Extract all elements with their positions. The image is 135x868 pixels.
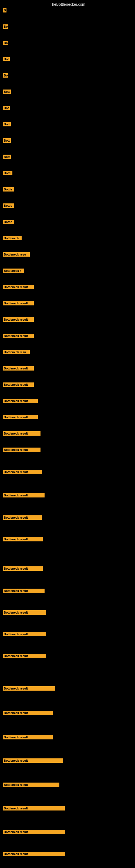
bar-label: Bo (3, 73, 8, 78)
bar-item: Bottleneck result (3, 415, 38, 421)
bar-label: Bottleneck result (3, 610, 46, 615)
bar-item: Bottleneck result (3, 537, 43, 542)
bar-label: Bottleneck result (3, 711, 53, 715)
bar-item: Bottleneck resu (3, 350, 30, 355)
bar-label: Bottleneck result (3, 334, 34, 338)
bar-item: Bott (3, 155, 11, 160)
bar-item: Bottle (3, 204, 14, 209)
bar-label: Bottleneck result (3, 566, 43, 571)
bar-item: Bot (3, 106, 10, 111)
bar-label: Bottleneck resu (3, 252, 30, 257)
bar-item: Bottleneck result (3, 830, 65, 835)
bar-label: Bo (3, 24, 8, 29)
bar-label: Bottleneck result (3, 537, 43, 541)
bar-label: Bottleneck result (3, 415, 38, 420)
bar-item: Bottleneck result (3, 399, 38, 404)
bar-label: Bottleneck result (3, 317, 34, 322)
bar-label: Bottleneck result (3, 301, 34, 305)
bar-label: Bottleneck r (3, 269, 24, 273)
bar-label: Bottleneck result (3, 852, 65, 856)
bar-label: Bottleneck result (3, 632, 46, 637)
bar-label: Bott (3, 122, 11, 126)
bar-label: Bottleneck result (3, 431, 41, 436)
bar-label: Bottle (3, 187, 14, 191)
bar-item: Bottleneck result (3, 735, 53, 741)
bar-label: Bottleneck result (3, 399, 38, 403)
bar-label: Bottle (3, 220, 14, 224)
bar-item: Bottleneck result (3, 686, 55, 692)
bar-label: B (3, 8, 6, 12)
bar-item: Bottle (3, 220, 14, 225)
bar-item: Bottleneck result (3, 610, 46, 616)
bar-item: Bott (3, 122, 11, 127)
bar-label: Bottleneck result (3, 806, 65, 810)
bar-label: Bot (3, 106, 10, 110)
bar-label: Bott (3, 138, 11, 143)
bar-item: B (3, 8, 6, 13)
bar-item: Bottleneck r (3, 269, 24, 274)
bar-item: Bottleneck result (3, 431, 41, 437)
bar-label: Bottl (3, 171, 12, 175)
bar-item: Bottleneck result (3, 782, 59, 788)
bar-item: Bottleneck result (3, 654, 46, 659)
bar-label: Bottleneck resu (3, 350, 30, 354)
bar-label: Bottleneck (3, 236, 21, 240)
bar-label: Bottle (3, 204, 14, 208)
bar-item: Bott (3, 90, 11, 95)
bar-item: Bottle (3, 187, 14, 193)
bar-label: Bott (3, 90, 11, 94)
bar-label: Bottleneck result (3, 782, 59, 787)
bar-item: Bottleneck result (3, 382, 34, 388)
bar-item: Bot (3, 57, 10, 62)
bar-item: Bottleneck result (3, 447, 41, 453)
bar-item: Bottleneck result (3, 711, 53, 716)
bar-item: Bottleneck result (3, 516, 42, 521)
bar-item: Bottleneck result (3, 806, 65, 812)
bar-label: Bottleneck result (3, 470, 42, 474)
bar-item: Bottleneck result (3, 301, 34, 307)
bar-item: Bott (3, 138, 11, 144)
bar-label: Bottleneck result (3, 516, 42, 520)
bar-label: Bottleneck result (3, 285, 34, 289)
bar-label: Bottleneck result (3, 758, 63, 763)
bar-item: Bottleneck result (3, 470, 42, 475)
bar-item: Bottleneck result (3, 566, 43, 572)
bar-item: Bottleneck result (3, 589, 45, 594)
bar-label: Bottleneck result (3, 382, 34, 387)
bar-item: Bo (3, 41, 8, 46)
bar-label: Bot (3, 57, 10, 61)
bar-item: Bottleneck result (3, 493, 45, 499)
bar-label: Bottleneck result (3, 735, 53, 739)
bar-item: Bottleneck (3, 236, 21, 241)
bar-label: Bottleneck result (3, 493, 45, 497)
bar-label: Bott (3, 155, 11, 159)
bar-item: Bottleneck result (3, 334, 34, 339)
bar-item: Bottleneck result (3, 852, 65, 857)
bar-item: Bottl (3, 171, 12, 176)
bar-item: Bo (3, 24, 8, 30)
bar-item: Bottleneck resu (3, 252, 30, 258)
bar-item: Bottleneck result (3, 366, 34, 372)
bar-label: Bottleneck result (3, 366, 34, 371)
bar-item: Bo (3, 73, 8, 79)
bar-label: Bottleneck result (3, 654, 46, 658)
bar-item: Bottleneck result (3, 317, 34, 323)
bar-label: Bottleneck result (3, 686, 55, 691)
bar-label: Bottleneck result (3, 447, 41, 452)
bar-label: Bo (3, 41, 8, 45)
bar-item: Bottleneck result (3, 632, 46, 638)
bar-item: Bottleneck result (3, 758, 63, 764)
bar-label: Bottleneck result (3, 830, 65, 834)
bar-item: Bottleneck result (3, 285, 34, 290)
bar-label: Bottleneck result (3, 589, 45, 593)
